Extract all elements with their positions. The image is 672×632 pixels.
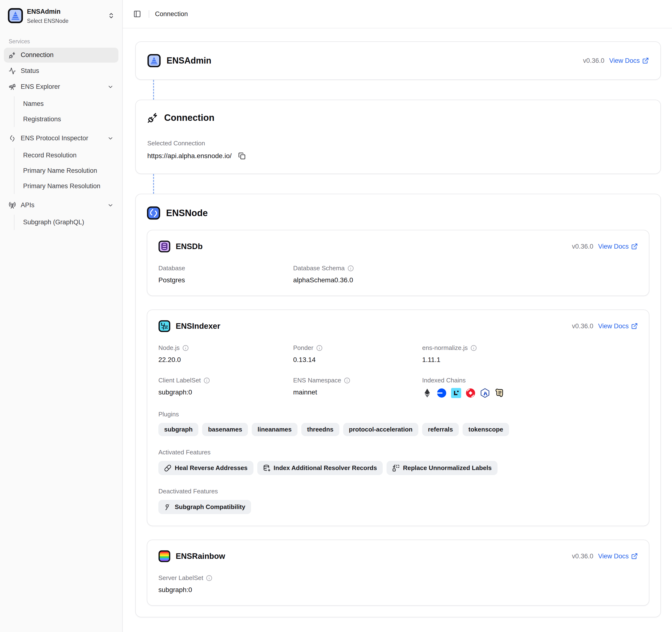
server-labelset-value: subgraph:0 (159, 586, 638, 594)
ensrainbow-logo-icon (159, 550, 170, 562)
sidebar-item-ens-explorer[interactable]: ENS Explorer (4, 79, 118, 94)
content: ENSAdmin v0.36.0 View Docs Connection (123, 28, 672, 627)
ensrainbow-view-docs-link[interactable]: View Docs (598, 553, 638, 560)
sidebar-item-registrations[interactable]: Registrations (15, 112, 118, 127)
selected-connection-label: Selected Connection (147, 140, 649, 147)
scroll-chain-icon (495, 388, 504, 398)
chevron-down-icon (107, 84, 114, 90)
app-root: ENSAdmin Select ENSNode Services Connect… (0, 0, 672, 632)
ensrainbow-card: ENSRainbow v0.36.0 View Docs Server (147, 540, 649, 606)
info-icon[interactable] (347, 265, 354, 271)
info-icon[interactable] (471, 345, 477, 351)
sidebar-toggle-button[interactable] (131, 8, 143, 20)
connection-card-title: Connection (164, 113, 214, 123)
database-value: Postgres (159, 276, 293, 284)
main-area: Connection ENSAdmin v0.36.0 View Docs (123, 0, 672, 632)
database-schema-value: alphaSchema0.36.0 (293, 276, 422, 284)
apis-subitems: Subgraph (GraphQL) (14, 215, 118, 230)
ensadmin-version: v0.36.0 (583, 57, 604, 65)
ensindexer-view-docs-link[interactable]: View Docs (598, 322, 638, 330)
database-field: Database Postgres (159, 265, 293, 284)
nodejs-field: Node.js 22.20.0 (159, 344, 293, 364)
sidebar-group-label: Services (9, 38, 118, 45)
ensnode-card: ENSNode ENSDb v0.36.0 (135, 194, 661, 617)
ensrainbow-card-title: ENSRainbow (176, 552, 225, 561)
ensnode-selector[interactable]: ENSAdmin Select ENSNode (4, 4, 118, 28)
external-link-icon (631, 553, 638, 560)
copy-icon (238, 152, 245, 160)
sidebar-item-status[interactable]: Status (4, 64, 118, 78)
ens-namespace-field: ENS Namespace mainnet (293, 376, 422, 398)
database-schema-field: Database Schema alphaSchema0.36.0 (293, 265, 422, 284)
ponder-value: 0.13.14 (293, 356, 422, 364)
ensindexer-logo-icon (159, 320, 170, 332)
plugin-badge: lineanames (252, 423, 297, 436)
sidebar-item-ens-protocol-inspector[interactable]: ENS Protocol Inspector (4, 131, 118, 146)
connection-url: https://api.alpha.ensnode.io/ (147, 152, 232, 160)
plugin-badge: subgraph (159, 423, 198, 436)
sidebar-item-apis[interactable]: APIs (4, 198, 118, 213)
sidebar-item-connection[interactable]: Connection (4, 48, 118, 63)
plugin-badge: tokenscope (463, 423, 509, 436)
ensadmin-card-title: ENSAdmin (167, 55, 211, 66)
external-link-icon (642, 57, 649, 64)
chevron-down-icon (107, 202, 114, 209)
nodejs-value: 22.20.0 (159, 356, 293, 364)
chevron-down-icon (107, 135, 114, 142)
deactivated-features-section: Deactivated Features Subgraph Compatibil… (159, 488, 638, 514)
feature-badge: Replace Unnormalized Labels (387, 461, 497, 475)
sidebar-nav: Connection Status ENS Explorer Names (4, 48, 118, 234)
card-connector-line (153, 174, 661, 194)
sidebar-item-primary-names-resolution[interactable]: Primary Names Resolution (15, 178, 118, 194)
copy-url-button[interactable] (237, 151, 246, 161)
activated-features-section: Activated Features Heal Reverse Addresse… (159, 448, 638, 475)
card-connector-line (153, 80, 661, 100)
ensdb-card-title: ENSDb (176, 242, 203, 251)
ensadmin-card: ENSAdmin v0.36.0 View Docs (135, 41, 661, 80)
topbar: Connection (123, 0, 672, 28)
sidebar-item-names[interactable]: Names (15, 96, 118, 112)
ens-explorer-subitems: Names Registrations (14, 96, 118, 127)
info-icon[interactable] (203, 378, 210, 384)
ensadmin-logo-icon (8, 8, 23, 23)
app-title: ENSAdmin (27, 8, 61, 15)
info-icon[interactable] (344, 378, 350, 384)
ensnode-logo-icon (147, 206, 160, 220)
feature-badge: Index Additional Resolver Records (257, 461, 383, 475)
bandage-icon (164, 464, 171, 472)
ensdb-card: ENSDb v0.36.0 View Docs Database (147, 230, 649, 296)
ensindexer-card-title: ENSIndexer (176, 321, 220, 331)
feature-badge: Subgraph Compatibility (159, 500, 251, 514)
external-link-icon (631, 243, 638, 250)
plugins-label: Plugins (159, 411, 638, 418)
linea-chain-icon (451, 388, 461, 398)
ensdb-view-docs-link[interactable]: View Docs (598, 243, 638, 250)
telescope-icon (9, 83, 16, 91)
activated-features-label: Activated Features (159, 448, 638, 456)
sidebar-item-subgraph-graphql[interactable]: Subgraph (GraphQL) (15, 215, 118, 230)
plug-zap-icon (9, 51, 16, 59)
optimism-chain-icon (465, 388, 476, 398)
plugin-badge: basenames (202, 423, 248, 436)
ensadmin-view-docs-link[interactable]: View Docs (609, 57, 649, 65)
ethereum-chain-icon (422, 388, 432, 398)
info-icon[interactable] (206, 575, 212, 581)
topbar-divider (149, 10, 149, 18)
ens-namespace-value: mainnet (293, 388, 422, 396)
sidebar-item-primary-name-resolution[interactable]: Primary Name Resolution (15, 163, 118, 178)
ens-mark-icon (9, 135, 16, 142)
sidebar-item-record-resolution[interactable]: Record Resolution (15, 148, 118, 163)
plugins-section: Plugins subgraph basenames lineanames th… (159, 411, 638, 436)
info-icon[interactable] (183, 345, 189, 351)
radio-tower-icon (9, 202, 16, 209)
ponder-field: Ponder 0.13.14 (293, 344, 422, 364)
replace-icon (392, 464, 400, 472)
info-icon[interactable] (316, 345, 322, 351)
app-subtitle: Select ENSNode (27, 18, 69, 24)
ensindexer-card: ENSIndexer v0.36.0 View Docs Node. (147, 310, 649, 526)
ensindexer-version: v0.36.0 (572, 322, 593, 330)
ensdb-logo-icon (159, 240, 170, 252)
external-link-icon (631, 323, 638, 330)
connection-card: Connection Selected Connection https://a… (135, 100, 661, 174)
activity-icon (9, 67, 16, 75)
